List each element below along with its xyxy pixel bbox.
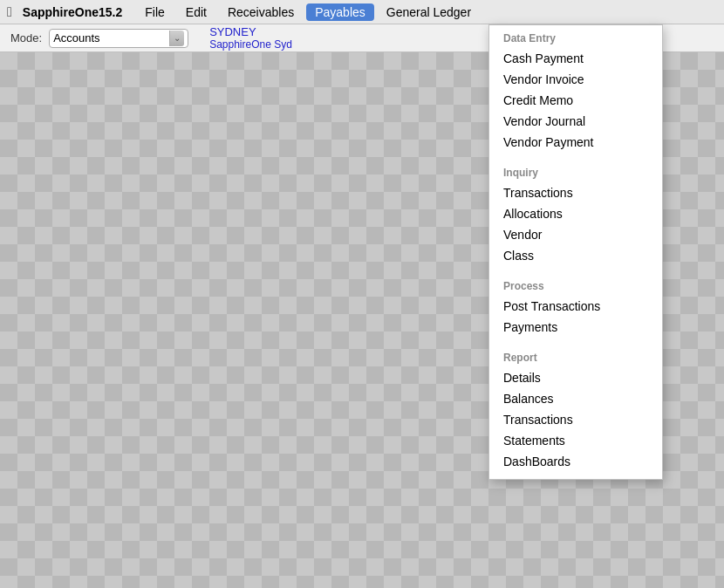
menu-item-edit[interactable]: Edit — [177, 3, 215, 21]
app-name: SapphireOne15.2 — [23, 5, 122, 19]
menu-item-receivables[interactable]: Receivables — [219, 3, 303, 21]
payables-dropdown-menu: Data EntryCash PaymentVendor InvoiceCred… — [488, 24, 663, 480]
dropdown-section-header-report: Report — [489, 345, 662, 367]
dropdown-section-header-data-entry: Data Entry — [489, 25, 662, 48]
dropdown-item-details[interactable]: Details — [489, 367, 662, 388]
dropdown-item-post-transactions[interactable]: Post Transactions — [489, 296, 662, 317]
dropdown-item-payments[interactable]: Payments — [489, 317, 662, 338]
menu-item-general-ledger[interactable]: General Ledger — [378, 3, 480, 21]
dropdown-item-statements[interactable]: Statements — [489, 430, 662, 451]
dropdown-item-vendor-payment[interactable]: Vendor Payment — [489, 132, 662, 153]
chevron-down-icon: ⌄ — [169, 31, 184, 46]
mode-select-value: Accounts — [53, 31, 169, 44]
mode-label: Mode: — [10, 31, 42, 44]
dropdown-item-balances[interactable]: Balances — [489, 388, 662, 409]
location-name: SYDNEY — [209, 25, 292, 38]
dropdown-item-transactions[interactable]: Transactions — [489, 182, 662, 203]
location-info: SYDNEY SapphireOne Syd — [209, 25, 292, 51]
menu-item-file[interactable]: File — [136, 3, 174, 21]
dropdown-item-transactions-report[interactable]: Transactions — [489, 409, 662, 430]
dropdown-item-vendor[interactable]: Vendor — [489, 224, 662, 245]
menu-bar: FileEditReceivablesPayablesGeneral Ledge… — [136, 3, 717, 21]
menu-item-payables[interactable]: Payables — [306, 3, 374, 21]
dropdown-separator — [489, 266, 662, 273]
mode-select[interactable]: Accounts ⌄ — [49, 29, 188, 48]
dropdown-item-vendor-journal[interactable]: Vendor Journal — [489, 111, 662, 132]
dropdown-item-cash-payment[interactable]: Cash Payment — [489, 48, 662, 69]
dropdown-separator — [489, 153, 662, 160]
dropdown-item-dashboards[interactable]: DashBoards — [489, 451, 662, 472]
dropdown-separator — [489, 338, 662, 345]
dropdown-item-class[interactable]: Class — [489, 245, 662, 266]
dropdown-section-header-process: Process — [489, 273, 662, 296]
dropdown-item-allocations[interactable]: Allocations — [489, 203, 662, 224]
dropdown-section-header-inquiry: Inquiry — [489, 160, 662, 182]
titlebar:  SapphireOne15.2 FileEditReceivablesPay… — [0, 0, 724, 24]
dropdown-item-vendor-invoice[interactable]: Vendor Invoice — [489, 69, 662, 90]
apple-logo-icon[interactable]:  — [7, 4, 12, 20]
dropdown-item-credit-memo[interactable]: Credit Memo — [489, 90, 662, 111]
location-detail: SapphireOne Syd — [209, 38, 292, 51]
